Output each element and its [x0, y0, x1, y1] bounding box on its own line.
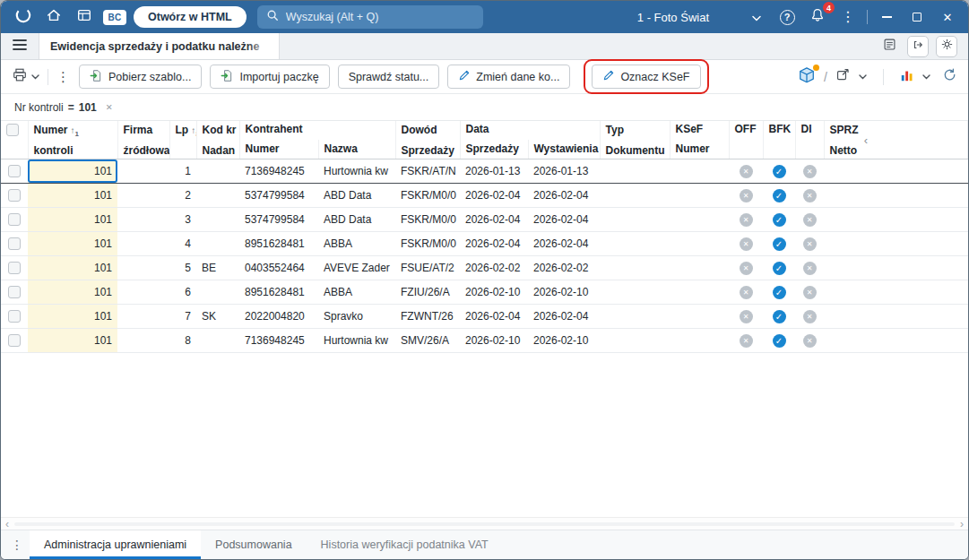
- cell-di[interactable]: [795, 305, 824, 329]
- cell-off[interactable]: [729, 184, 763, 208]
- cell-data-wystawienia[interactable]: 2026-02-02: [528, 256, 600, 280]
- cell-dowod-sprzedazy[interactable]: FSKR/AT/N: [395, 159, 460, 184]
- cell-kod-kraju[interactable]: SK: [196, 305, 239, 329]
- cell-kod-kraju[interactable]: [196, 208, 239, 232]
- cell-data-sprzedazy[interactable]: 2026-02-10: [460, 329, 528, 353]
- cell-sprz-netto[interactable]: [824, 280, 967, 305]
- tab-historia-weryfikacji[interactable]: Historia weryfikacji podatnika VAT: [307, 530, 503, 559]
- panel-list-button[interactable]: [878, 36, 900, 57]
- cell-dowod-sprzedazy[interactable]: SMV/26/A: [395, 329, 460, 353]
- cell-kontrahent-numer[interactable]: 0403552464: [239, 256, 318, 280]
- personalize-button[interactable]: [936, 36, 957, 57]
- cell-kontrahent-nazwa[interactable]: ABD Data: [318, 208, 395, 232]
- collapse-panel-chevron[interactable]: ‹: [864, 134, 868, 146]
- cell-firma-zrodlowa[interactable]: [117, 184, 169, 208]
- cell-bfk[interactable]: [763, 256, 795, 280]
- cell-numer-kontroli[interactable]: 101: [28, 280, 117, 305]
- cell-di[interactable]: [795, 159, 824, 184]
- row-checkbox[interactable]: [8, 213, 21, 226]
- cell-firma-zrodlowa[interactable]: [117, 329, 169, 353]
- refresh-button[interactable]: [942, 67, 957, 86]
- cell-di[interactable]: [795, 280, 824, 305]
- cell-data-wystawienia[interactable]: 2026-02-04: [528, 184, 600, 208]
- row-checkbox[interactable]: [8, 237, 21, 250]
- cell-ksef-numer[interactable]: [670, 329, 729, 353]
- cell-typ-dokumentu[interactable]: [600, 232, 670, 256]
- cell-kod-kraju[interactable]: [196, 280, 239, 305]
- tab-podsumowania[interactable]: Podsumowania: [201, 530, 306, 559]
- cell-typ-dokumentu[interactable]: [600, 329, 670, 353]
- cell-kontrahent-nazwa[interactable]: AVEVE Zader: [318, 256, 395, 280]
- cell-data-sprzedazy[interactable]: 2026-01-13: [460, 159, 528, 184]
- cell-off[interactable]: [729, 280, 763, 305]
- column-header-data-sprzedazy[interactable]: Sprzedaży: [460, 140, 528, 159]
- cell-numer-kontroli[interactable]: 101: [28, 256, 117, 280]
- titlebar-menu-button[interactable]: ⋮: [836, 5, 860, 29]
- chart-dropdown-chevron[interactable]: [922, 74, 930, 80]
- cell-data-wystawienia[interactable]: 2026-02-04: [528, 232, 600, 256]
- company-selector[interactable]: 1 - Foto Świat: [637, 11, 761, 24]
- cell-data-wystawienia[interactable]: 2026-02-10: [528, 329, 600, 353]
- column-header-ksef-numer[interactable]: Numer: [670, 140, 729, 159]
- column-header-numer-kontroli[interactable]: Numer↑1 kontroli: [28, 121, 117, 159]
- cell-lp[interactable]: 5: [169, 256, 196, 280]
- column-group-kontrahent[interactable]: Kontrahent: [239, 121, 395, 140]
- cell-off[interactable]: [729, 159, 763, 184]
- row-checkbox[interactable]: [8, 310, 21, 323]
- cell-numer-kontroli[interactable]: 101: [28, 208, 117, 232]
- maximize-button[interactable]: [905, 5, 929, 29]
- export-view-button[interactable]: [835, 67, 851, 86]
- filter-value[interactable]: 101: [79, 101, 97, 114]
- cell-numer-kontroli[interactable]: 101: [28, 232, 117, 256]
- cell-off[interactable]: [729, 256, 763, 280]
- cell-firma-zrodlowa[interactable]: [117, 208, 169, 232]
- share-view-button[interactable]: [907, 36, 929, 57]
- cell-bfk[interactable]: [763, 184, 795, 208]
- cell-lp[interactable]: 7: [169, 305, 196, 329]
- column-header-off[interactable]: OFF: [729, 121, 763, 159]
- cell-bfk[interactable]: [763, 159, 795, 184]
- cell-lp[interactable]: 4: [169, 232, 196, 256]
- cell-lp[interactable]: 6: [169, 280, 196, 305]
- chart-button[interactable]: [900, 68, 914, 86]
- column-header-kod-kraju[interactable]: Kod kr Nadan: [196, 121, 239, 159]
- cell-di[interactable]: [795, 232, 824, 256]
- cell-numer-kontroli[interactable]: 101: [28, 159, 117, 184]
- cell-off[interactable]: [729, 232, 763, 256]
- cell-bfk[interactable]: [763, 280, 795, 305]
- home-button[interactable]: [42, 5, 65, 29]
- cell-kod-kraju[interactable]: [196, 232, 239, 256]
- cell-dowod-sprzedazy[interactable]: FSKR/M0/0: [395, 232, 460, 256]
- cell-kontrahent-numer[interactable]: 8951628481: [239, 280, 318, 305]
- table-row[interactable]: 101 4 8951628481 ABBA FSKR/M0/0 2026-02-…: [1, 232, 968, 256]
- table-row[interactable]: 101 8 7136948245 Hurtownia kw SMV/26/A 2…: [1, 329, 968, 353]
- row-checkbox[interactable]: [8, 286, 21, 298]
- row-checkbox[interactable]: [8, 262, 21, 274]
- export-dropdown-chevron[interactable]: [859, 74, 867, 80]
- cell-kontrahent-nazwa[interactable]: ABBA: [318, 280, 395, 305]
- cell-kontrahent-nazwa[interactable]: ABD Data: [318, 184, 395, 208]
- column-header-data-wystawienia[interactable]: Wystawienia: [528, 140, 600, 159]
- cell-lp[interactable]: 8: [169, 329, 196, 353]
- global-search[interactable]: [257, 5, 483, 29]
- cell-firma-zrodlowa[interactable]: [117, 256, 169, 280]
- cell-ksef-numer[interactable]: [670, 159, 729, 184]
- modules-button[interactable]: [73, 5, 96, 29]
- cell-sprz-netto[interactable]: [824, 329, 967, 353]
- mark-ksef-button[interactable]: Oznacz KSeF: [592, 65, 700, 89]
- column-header-firma-zrodlowa[interactable]: Firma źródłowa: [117, 121, 169, 159]
- cell-data-sprzedazy[interactable]: 2026-02-04: [460, 305, 528, 329]
- ksef-cube-button[interactable]: [798, 66, 816, 88]
- cell-ksef-numer[interactable]: [670, 280, 729, 305]
- cell-bfk[interactable]: [763, 305, 795, 329]
- close-button[interactable]: ✕: [936, 5, 959, 29]
- cell-kontrahent-numer[interactable]: 2022004820: [239, 305, 318, 329]
- column-header-sprz-netto[interactable]: SPRZ Netto: [824, 121, 967, 159]
- cell-kontrahent-numer[interactable]: 5374799584: [239, 184, 318, 208]
- cell-typ-dokumentu[interactable]: [600, 256, 670, 280]
- cell-data-sprzedazy[interactable]: 2026-02-04: [460, 232, 528, 256]
- scroll-right-button[interactable]: ›: [960, 519, 964, 530]
- cell-ksef-numer[interactable]: [670, 256, 729, 280]
- column-header-dowod-sprzedazy[interactable]: Dowód Sprzedaży: [395, 121, 460, 159]
- change-data-button[interactable]: Zmień dane ko...: [447, 65, 570, 89]
